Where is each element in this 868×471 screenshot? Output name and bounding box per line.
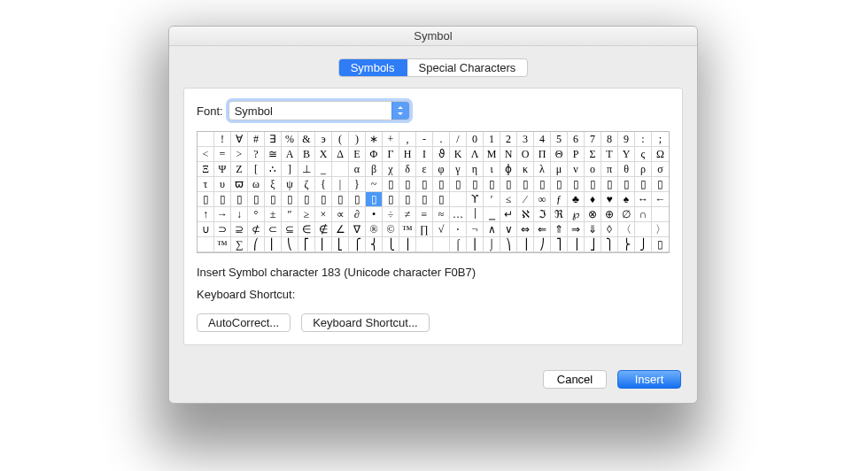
symbol-cell[interactable]: ® [366, 222, 383, 237]
symbol-cell[interactable]: Ο [517, 147, 534, 162]
symbol-cell[interactable]: ∗ [366, 132, 383, 147]
symbol-cell[interactable]: ¬ [467, 222, 484, 237]
symbol-cell[interactable]: ▯ [383, 177, 399, 192]
symbol-cell[interactable]: Τ [601, 147, 618, 162]
symbol-cell[interactable]: ÷ [383, 207, 399, 222]
symbol-cell[interactable]: 2 [500, 132, 517, 147]
symbol-cell[interactable]: ⊄ [248, 222, 265, 237]
symbol-cell[interactable]: ▯ [652, 237, 669, 252]
symbol-cell[interactable]: ▯ [332, 192, 349, 207]
symbol-cell[interactable]: Ψ [214, 162, 231, 177]
symbol-cell[interactable]: ▯ [366, 192, 383, 207]
symbol-cell[interactable]: ε [416, 162, 433, 177]
symbol-cell[interactable]: Ρ [568, 147, 585, 162]
symbol-cell[interactable]: ∪ [198, 222, 214, 237]
symbol-cell[interactable] [450, 192, 467, 207]
symbol-cell[interactable]: ▯ [433, 177, 450, 192]
symbol-cell[interactable]: ″ [282, 207, 298, 222]
symbol-cell[interactable]: ▯ [265, 192, 282, 207]
symbol-cell[interactable]: ƒ [551, 192, 568, 207]
symbol-cell[interactable]: ⎟ [517, 237, 534, 252]
symbol-cell[interactable]: ο [585, 162, 601, 177]
symbol-cell[interactable]: ⎠ [534, 237, 551, 252]
symbol-cell[interactable]: 8 [601, 132, 618, 147]
symbol-cell[interactable]: ϒ [467, 192, 484, 207]
symbol-cell[interactable]: ϑ [433, 147, 450, 162]
symbol-cell[interactable]: η [467, 162, 484, 177]
symbol-cell[interactable]: 5 [551, 132, 568, 147]
symbol-cell[interactable]: ∞ [534, 192, 551, 207]
symbol-cell[interactable]: 0 [467, 132, 484, 147]
symbol-cell[interactable]: ▯ [450, 177, 467, 192]
symbol-cell[interactable]: Δ [332, 147, 349, 162]
symbol-cell[interactable]: ⇑ [551, 222, 568, 237]
symbol-cell[interactable]: θ [618, 162, 635, 177]
symbol-cell[interactable]: ∝ [332, 207, 349, 222]
symbol-cell[interactable]: _ [315, 162, 332, 177]
tab-special-characters[interactable]: Special Characters [407, 59, 528, 76]
chevron-updown-icon[interactable] [391, 102, 409, 120]
cancel-button[interactable]: Cancel [543, 370, 607, 389]
symbol-cell[interactable]: ⏐ [467, 207, 484, 222]
symbol-cell[interactable]: ~ [366, 177, 383, 192]
symbol-cell[interactable]: ▯ [517, 177, 534, 192]
symbol-cell[interactable]: ⎮ [467, 237, 484, 252]
symbol-cell[interactable]: / [450, 132, 467, 147]
symbol-cell[interactable]: ▯ [416, 177, 433, 192]
symbol-cell[interactable]: ▯ [467, 177, 484, 192]
symbol-cell[interactable] [416, 237, 433, 252]
symbol-cell[interactable]: ▯ [433, 192, 450, 207]
symbol-cell[interactable]: ∏ [416, 222, 433, 237]
symbol-cell[interactable]: ▯ [298, 192, 315, 207]
symbol-cell[interactable]: 9 [618, 132, 635, 147]
symbol-cell[interactable]: κ [517, 162, 534, 177]
symbol-cell[interactable]: ° [248, 207, 265, 222]
symbol-cell[interactable]: ⎣ [332, 237, 349, 252]
symbol-cell[interactable]: | [332, 177, 349, 192]
symbol-cell[interactable]: ⎬ [618, 237, 635, 252]
symbol-cell[interactable]: ↔ [635, 192, 652, 207]
symbol-cell[interactable]: ω [248, 177, 265, 192]
symbol-cell[interactable]: ▯ [349, 192, 366, 207]
symbol-cell[interactable]: ™ [214, 237, 231, 252]
symbol-cell[interactable]: ⁄ [517, 192, 534, 207]
symbol-cell[interactable]: ⎨ [366, 237, 383, 252]
symbol-cell[interactable]: ≡ [416, 207, 433, 222]
symbol-cell[interactable]: ± [265, 207, 282, 222]
symbol-cell[interactable]: ≠ [399, 207, 416, 222]
symbol-cell[interactable]: ▯ [652, 177, 669, 192]
symbol-cell[interactable]: & [298, 132, 315, 147]
symbol-cell[interactable]: - [416, 132, 433, 147]
symbol-cell[interactable]: ⊂ [265, 222, 282, 237]
symbol-cell[interactable]: Λ [467, 147, 484, 162]
symbol-cell[interactable]: λ [534, 162, 551, 177]
symbol-cell[interactable]: ↵ [500, 207, 517, 222]
symbol-cell[interactable]: ϖ [231, 177, 248, 192]
symbol-cell[interactable]: ⊃ [214, 222, 231, 237]
symbol-cell[interactable]: ▯ [534, 177, 551, 192]
symbol-cell[interactable]: … [450, 207, 467, 222]
symbol-cell[interactable]: ∨ [500, 222, 517, 237]
symbol-cell[interactable]: ♣ [568, 192, 585, 207]
symbol-cell[interactable]: ♥ [601, 192, 618, 207]
symbol-cell[interactable]: ⇔ [517, 222, 534, 237]
symbol-cell[interactable]: ∉ [315, 222, 332, 237]
symbol-cell[interactable]: ⎡ [298, 237, 315, 252]
symbol-cell[interactable]: ⎞ [500, 237, 517, 252]
symbol-cell[interactable]: < [198, 147, 214, 162]
symbol-cell[interactable]: ∴ [265, 162, 282, 177]
symbol-cell[interactable]: = [214, 147, 231, 162]
symbol-cell[interactable]: ← [652, 192, 669, 207]
symbol-cell[interactable]: ⎧ [349, 237, 366, 252]
symbol-cell[interactable]: : [635, 132, 652, 147]
symbol-cell[interactable]: { [315, 177, 332, 192]
symbol-cell[interactable]: ℜ [551, 207, 568, 222]
symbol-cell[interactable]: ∈ [298, 222, 315, 237]
symbol-cell[interactable]: 7 [585, 132, 601, 147]
symbol-cell[interactable]: 〉 [652, 222, 669, 237]
symbol-cell[interactable]: ⎜ [265, 237, 282, 252]
symbol-cell[interactable]: ▯ [231, 192, 248, 207]
symbol-cell[interactable]: ζ [298, 177, 315, 192]
symbol-cell[interactable]: ! [214, 132, 231, 147]
symbol-cell[interactable]: Κ [450, 147, 467, 162]
